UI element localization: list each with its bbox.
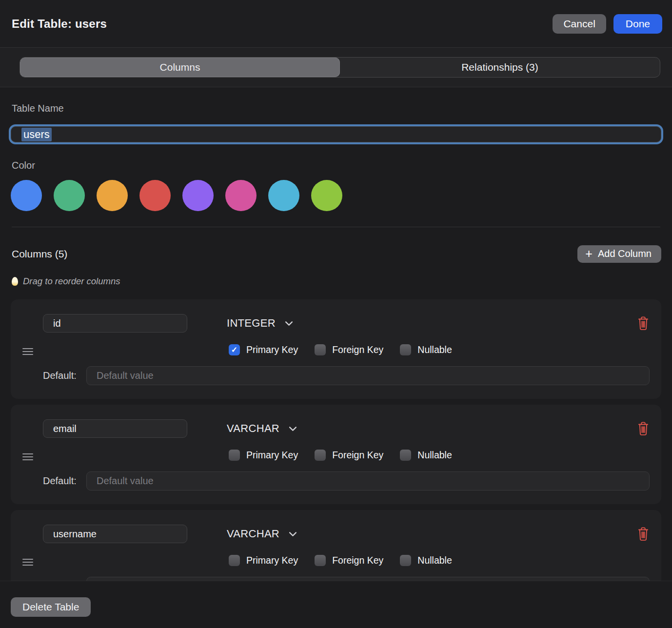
column-card-id: INTEGER Primary Key Foreign Key: [11, 299, 661, 399]
lightbulb-icon: [12, 277, 18, 286]
primary-key-checkbox[interactable]: [229, 344, 240, 355]
drag-handle-icon[interactable]: [22, 346, 33, 357]
tab-relationships[interactable]: Relationships (3): [340, 58, 660, 77]
column-type-dropdown[interactable]: VARCHAR: [227, 422, 297, 435]
tab-bar: Columns Relationships (3): [0, 48, 672, 87]
column-name-input[interactable]: [43, 419, 187, 438]
column-default-row: Default:: [43, 471, 650, 491]
done-button[interactable]: Done: [613, 14, 662, 34]
columns-count-title: Columns (5): [12, 248, 67, 260]
primary-key-checkbox-item[interactable]: Primary Key: [229, 555, 298, 566]
default-value-input[interactable]: [86, 471, 650, 491]
nullable-checkbox[interactable]: [400, 555, 411, 566]
nullable-checkbox-item[interactable]: Nullable: [400, 555, 452, 566]
default-value-input[interactable]: [86, 366, 650, 385]
plus-icon: +: [585, 249, 593, 258]
delete-column-button[interactable]: [637, 316, 650, 331]
dialog-header: Edit Table: users Cancel Done: [0, 0, 672, 48]
nullable-checkbox-item[interactable]: Nullable: [400, 450, 452, 461]
nullable-checkbox[interactable]: [400, 344, 411, 355]
section-divider: [12, 227, 660, 227]
column-type-dropdown[interactable]: VARCHAR: [227, 528, 297, 540]
column-row-main: VARCHAR: [43, 525, 650, 543]
column-name-input[interactable]: [43, 525, 187, 543]
column-row-main: VARCHAR: [43, 419, 650, 438]
color-swatch-pink[interactable]: [225, 180, 257, 211]
color-swatch-red[interactable]: [139, 180, 171, 211]
nullable-checkbox[interactable]: [400, 450, 411, 461]
default-value-input[interactable]: [86, 577, 650, 581]
color-swatch-blue[interactable]: [11, 180, 42, 211]
primary-key-checkbox-item[interactable]: Primary Key: [229, 450, 298, 461]
nullable-checkbox-item[interactable]: Nullable: [400, 344, 452, 355]
foreign-key-checkbox-item[interactable]: Foreign Key: [315, 555, 383, 566]
chevron-down-icon: [289, 531, 297, 537]
add-column-button[interactable]: + Add Column: [577, 245, 661, 263]
color-swatch-lime[interactable]: [311, 180, 342, 211]
foreign-key-checkbox[interactable]: [315, 450, 326, 461]
column-card-username: VARCHAR Primary Key Foreign Key: [11, 510, 661, 581]
nullable-label: Nullable: [417, 344, 452, 355]
primary-key-checkbox-item[interactable]: Primary Key: [229, 344, 298, 355]
default-label: Default:: [43, 475, 77, 487]
foreign-key-label: Foreign Key: [332, 555, 383, 566]
chevron-down-icon: [285, 321, 293, 326]
nullable-label: Nullable: [417, 450, 452, 461]
delete-column-button[interactable]: [637, 527, 650, 541]
column-type-value: INTEGER: [227, 317, 276, 330]
table-name-input[interactable]: users: [9, 124, 663, 144]
tab-columns[interactable]: Columns: [20, 58, 340, 77]
primary-key-checkbox[interactable]: [229, 555, 240, 566]
table-name-label: Table Name: [12, 103, 672, 114]
foreign-key-checkbox-item[interactable]: Foreign Key: [315, 344, 383, 355]
column-default-row: Default:: [43, 577, 650, 581]
foreign-key-checkbox[interactable]: [315, 555, 326, 566]
reorder-hint-text: Drag to reorder columns: [23, 276, 120, 287]
foreign-key-label: Foreign Key: [332, 450, 383, 461]
column-type-dropdown[interactable]: INTEGER: [227, 317, 293, 330]
column-row-main: INTEGER: [43, 314, 650, 333]
column-card-email: VARCHAR Primary Key Foreign Key: [11, 405, 661, 504]
dialog-title: Edit Table: users: [12, 17, 107, 31]
foreign-key-checkbox-item[interactable]: Foreign Key: [315, 450, 383, 461]
table-name-selected-text: users: [21, 128, 52, 141]
color-swatch-cyan[interactable]: [268, 180, 299, 211]
delete-column-button[interactable]: [637, 421, 650, 436]
primary-key-label: Primary Key: [246, 344, 298, 355]
trash-icon: [637, 527, 650, 541]
primary-key-label: Primary Key: [246, 450, 298, 461]
chevron-down-icon: [289, 426, 297, 432]
reorder-hint: Drag to reorder columns: [12, 276, 672, 287]
columns-section-header: Columns (5) + Add Column: [12, 245, 661, 263]
color-swatch-purple[interactable]: [182, 180, 214, 211]
color-swatch-green[interactable]: [54, 180, 85, 211]
foreign-key-label: Foreign Key: [332, 344, 383, 355]
primary-key-checkbox[interactable]: [229, 450, 240, 461]
color-label: Color: [12, 160, 672, 171]
drag-handle-icon[interactable]: [22, 451, 33, 462]
delete-table-button[interactable]: Delete Table: [11, 597, 91, 617]
cancel-button[interactable]: Cancel: [553, 14, 606, 34]
trash-icon: [637, 316, 650, 331]
column-default-row: Default:: [43, 366, 650, 385]
primary-key-label: Primary Key: [246, 555, 298, 566]
color-swatch-orange[interactable]: [97, 180, 128, 211]
dialog-footer: Delete Table: [0, 581, 672, 628]
nullable-label: Nullable: [417, 555, 452, 566]
column-name-input[interactable]: [43, 314, 187, 333]
foreign-key-checkbox[interactable]: [315, 344, 326, 355]
column-type-value: VARCHAR: [227, 422, 279, 435]
column-flags-row: Primary Key Foreign Key Nullable: [229, 344, 650, 355]
color-swatch-row: [11, 180, 672, 211]
drag-handle-icon[interactable]: [22, 557, 33, 568]
add-column-label: Add Column: [598, 248, 652, 259]
column-flags-row: Primary Key Foreign Key Nullable: [229, 450, 650, 461]
dialog-content: Table Name users Color Columns (5) + Add…: [0, 87, 672, 581]
segmented-control: Columns Relationships (3): [20, 57, 660, 78]
default-label: Default:: [43, 370, 77, 381]
trash-icon: [637, 421, 650, 436]
column-flags-row: Primary Key Foreign Key Nullable: [229, 555, 650, 566]
column-type-value: VARCHAR: [227, 528, 279, 540]
